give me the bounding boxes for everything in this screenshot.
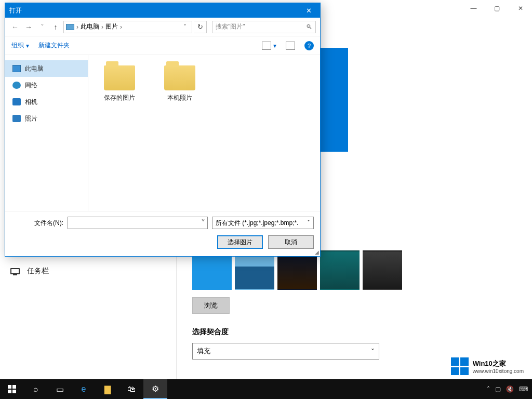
file-open-dialog: 打开 ✕ ← → ˅ ↑ › 此电脑 › 图片 › ˅ ↻ 搜索"图片" 🔍︎ … [5, 3, 321, 257]
filter-value: 所有文件 (*.jpg;*.jpeg;*.bmp;*. [216, 219, 298, 228]
explorer-button[interactable]: ▇ [96, 379, 119, 399]
network-icon [12, 82, 21, 89]
view-icon [262, 42, 271, 50]
resize-grip[interactable]: ◢ [315, 249, 319, 255]
fit-heading: 选择契合度 [192, 327, 516, 337]
dialog-nav: ← → ˅ ↑ › 此电脑 › 图片 › ˅ ↻ 搜索"图片" 🔍︎ [5, 18, 320, 36]
store-button[interactable]: 🛍︎ [119, 379, 143, 399]
dialog-close-button[interactable]: ✕ [297, 3, 320, 18]
picture-thumb[interactable] [320, 250, 360, 290]
help-button[interactable]: ? [304, 41, 314, 50]
address-bar[interactable]: › 此电脑 › 图片 › ˅ [63, 21, 192, 33]
watermark: Win10之家 www.win10xitong.com [447, 355, 528, 377]
fit-value: 填充 [197, 347, 210, 356]
breadcrumb-sep-icon: › [75, 23, 79, 31]
volume-icon[interactable]: 🔇 [506, 385, 514, 393]
maximize-button[interactable]: ▢ [485, 0, 509, 17]
forward-button[interactable]: → [23, 21, 34, 33]
close-button[interactable]: ✕ [509, 0, 532, 17]
sidebar-item-label: 任务栏 [27, 267, 49, 276]
search-input[interactable]: 搜索"图片" 🔍︎ [212, 21, 316, 33]
browse-button[interactable]: 浏览 [192, 297, 230, 314]
new-folder-label: 新建文件夹 [38, 41, 70, 50]
organize-label: 组织 [11, 41, 24, 50]
chevron-down-icon: ˅ [307, 219, 310, 227]
chevron-down-icon: ▾ [273, 42, 276, 49]
settings-button[interactable]: ⚙ [143, 379, 167, 399]
folder-item[interactable]: 保存的图片 [99, 65, 140, 102]
file-list[interactable]: 保存的图片 本机照片 [88, 55, 320, 211]
pc-icon [66, 24, 74, 30]
search-placeholder: 搜索"图片" [216, 22, 245, 31]
folder-label: 保存的图片 [104, 94, 135, 102]
search-button[interactable]: ⌕ [24, 379, 48, 399]
picture-thumb[interactable] [363, 250, 402, 290]
fit-select[interactable]: 填充 ˅ [192, 343, 379, 360]
sidebar-item-label: 此电脑 [25, 64, 44, 73]
sidebar-item-photos[interactable]: 照片 [5, 110, 88, 127]
task-view-button[interactable]: ▭ [48, 379, 72, 399]
network-icon[interactable]: ▢ [495, 385, 501, 393]
chevron-down-icon: ▾ [26, 42, 29, 49]
organize-menu[interactable]: 组织 ▾ [11, 41, 29, 50]
breadcrumb-root[interactable]: 此电脑 [81, 22, 99, 31]
folder-label: 本机照片 [167, 94, 192, 102]
folder-icon [104, 65, 135, 90]
system-tray[interactable]: ˄ ▢ 🔇 ⌨ [487, 385, 532, 393]
sidebar-item-label: 网络 [25, 81, 37, 90]
sidebar-item-taskbar[interactable]: 任务栏 [0, 261, 176, 282]
folder-item[interactable]: 本机照片 [159, 65, 201, 102]
breadcrumb-sep-icon: › [100, 23, 104, 31]
tray-chevron-icon[interactable]: ˄ [487, 385, 490, 393]
filename-input[interactable]: ˅ [68, 217, 208, 229]
sidebar-item-this-pc[interactable]: 此电脑 [5, 60, 88, 77]
search-icon: 🔍︎ [306, 23, 312, 31]
view-menu[interactable]: ▾ [262, 42, 276, 50]
preview-pane-icon [286, 42, 295, 50]
minimize-button[interactable]: — [462, 0, 485, 17]
address-dropdown-icon[interactable]: ˅ [180, 23, 190, 31]
sidebar-item-camera[interactable]: 相机 [5, 94, 88, 110]
back-button[interactable]: ← [9, 21, 21, 33]
cancel-button[interactable]: 取消 [268, 235, 314, 249]
recent-dropdown[interactable]: ˅ [36, 21, 48, 33]
pc-icon [12, 65, 21, 72]
windows-logo-icon [8, 385, 16, 393]
breadcrumb-sep-icon: › [119, 23, 123, 31]
sidebar-item-label: 相机 [25, 98, 37, 107]
dialog-titlebar[interactable]: 打开 ✕ [5, 3, 320, 18]
preview-pane-button[interactable] [286, 42, 295, 50]
watermark-url: www.win10xitong.com [473, 368, 524, 374]
sidebar-item-label: 照片 [25, 114, 37, 123]
photos-icon [12, 115, 21, 122]
dialog-toolbar: 组织 ▾ 新建文件夹 ▾ ? [5, 36, 320, 55]
folder-icon [164, 65, 195, 90]
sidebar-item-network[interactable]: 网络 [5, 77, 88, 94]
start-button[interactable] [0, 379, 24, 399]
file-type-filter[interactable]: 所有文件 (*.jpg;*.jpeg;*.bmp;*. ˅ [212, 217, 314, 229]
taskbar: ⌕ ▭ e ▇ 🛍︎ ⚙ ˄ ▢ 🔇 ⌨ [0, 379, 532, 399]
watermark-title: Win10之家 [473, 360, 506, 367]
new-folder-button[interactable]: 新建文件夹 [38, 41, 70, 50]
ime-icon[interactable]: ⌨ [519, 385, 528, 393]
dialog-title: 打开 [9, 6, 22, 15]
refresh-button[interactable]: ↻ [194, 21, 207, 33]
up-button[interactable]: ↑ [50, 21, 61, 33]
camera-icon [12, 98, 21, 105]
open-button[interactable]: 选择图片 [217, 235, 263, 249]
taskbar-icon [10, 268, 20, 274]
chevron-down-icon[interactable]: ˅ [201, 218, 205, 228]
dialog-sidebar: 此电脑 网络 相机 照片 [5, 55, 88, 211]
filename-label: 文件名(N): [11, 219, 63, 228]
edge-button[interactable]: e [72, 379, 96, 399]
dialog-footer: 文件名(N): ˅ 所有文件 (*.jpg;*.jpeg;*.bmp;*. ˅ … [5, 211, 320, 256]
breadcrumb-folder[interactable]: 图片 [105, 22, 118, 31]
chevron-down-icon: ˅ [371, 348, 375, 355]
windows-logo-icon [451, 357, 469, 375]
